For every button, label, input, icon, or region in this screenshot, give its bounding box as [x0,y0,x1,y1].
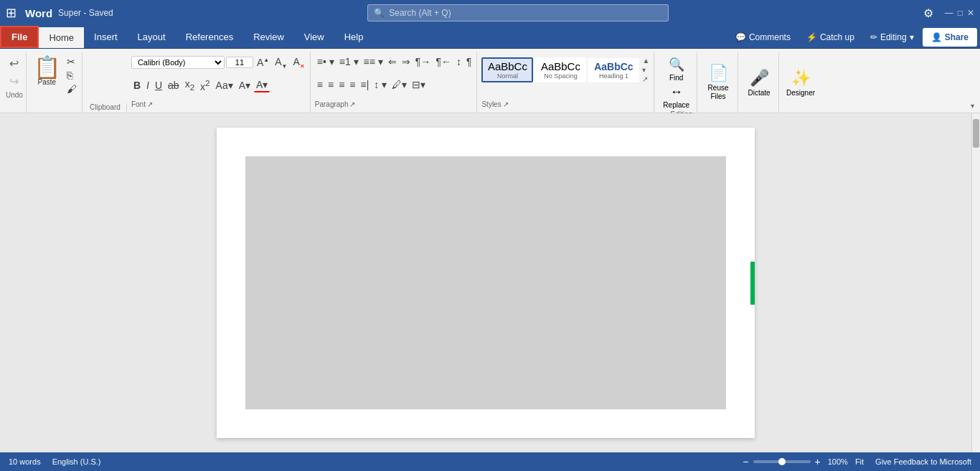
sort-button[interactable]: ↕ [454,55,463,68]
menu-bar: File Home Insert Layout References Revie… [0,26,980,49]
bullets-button[interactable]: ≡• ▾ [315,55,336,68]
find-label: Find [669,74,683,82]
styles-group: AaBbCc Normal AaBbCc No Spacing AaBbCc H… [479,52,654,113]
search-input[interactable] [389,8,662,18]
undo-button[interactable]: ↩ [6,55,22,72]
ribbon: ↩ ↪ Undo 📋 Paste ✂ ⎘ 🖌 Clipboard Calibri… [0,49,980,113]
strikethrough-button[interactable]: ab [166,79,182,92]
superscript-button[interactable]: x2 [198,77,212,93]
style-no-spacing[interactable]: AaBbCc No Spacing [534,57,586,82]
zoom-slider[interactable] [753,460,811,463]
comments-button[interactable]: 💬 Comments [728,27,798,47]
italic-button[interactable]: I [144,79,151,92]
green-accent-bar [750,262,755,305]
tab-home[interactable]: Home [39,26,84,48]
ltr-button[interactable]: ¶→ [413,55,433,68]
microphone-icon: 🎤 [750,69,769,87]
tab-view[interactable]: View [294,26,334,48]
rtl-button[interactable]: ¶← [433,55,453,68]
status-bar: 10 words English (U.S.) − + 100% Fit Giv… [0,452,980,471]
align-center-button[interactable]: ≡ [326,78,336,91]
undo-group: ↩ ↪ Undo [3,52,27,113]
align-right-button[interactable]: ≡ [336,78,347,91]
scrollbar-thumb[interactable] [973,119,979,148]
tab-insert[interactable]: Insert [84,26,128,48]
share-icon: 👤 [931,32,942,42]
document-page[interactable] [217,128,755,438]
cut-button[interactable]: ✂ [65,55,79,68]
bold-button[interactable]: B [131,79,143,92]
search-box[interactable]: 🔍 [367,4,669,22]
numbering-button[interactable]: ≡1 ▾ [337,55,361,68]
tab-references[interactable]: References [176,26,243,48]
designer-group: ✨ Designer [781,52,821,113]
editing-button[interactable]: ✏ Editing ▾ [863,27,921,47]
font-color-button[interactable]: A▾ [254,78,270,92]
document-content[interactable] [245,156,726,409]
multilevel-button[interactable]: ≡≡ ▾ [362,55,385,68]
ribbon-expand-button[interactable]: ▾ [968,99,977,113]
font-selector[interactable]: Calibri (Body) [131,56,225,69]
subscript-button[interactable]: x2 [183,77,197,92]
share-button[interactable]: 👤 Share [923,28,977,47]
underline-button[interactable]: U [153,79,164,92]
align-left-button[interactable]: ≡ [315,78,325,91]
column-break-button[interactable]: ≡| [358,78,371,91]
small-clipboard-btns: ✂ ⎘ 🖌 [65,55,79,95]
font-grow-button[interactable]: A▲ [255,56,271,69]
shading-button[interactable]: 🖊▾ [390,78,409,91]
zoom-slider-thumb[interactable] [778,458,786,465]
styles-expand-button[interactable]: ▲ ▾ ↗ [641,55,651,85]
tab-layout[interactable]: Layout [128,26,176,48]
clear-format-button[interactable]: A✕ [291,55,306,70]
format-painter-button[interactable]: 🖌 [65,82,79,95]
clipboard-label: Clipboard [84,103,127,113]
find-button[interactable]: 🔍 Find [660,55,692,83]
font-shrink-button[interactable]: A▼ [273,55,289,70]
zoom-minus-button[interactable]: − [743,456,748,467]
tab-review[interactable]: Review [243,26,294,48]
paste-button[interactable]: 📋 Paste [31,55,63,87]
find-icon: 🔍 [669,57,684,72]
minimize-btn[interactable]: — [945,8,953,18]
editing-dropdown-icon: ▾ [910,32,914,42]
reuse-files-button[interactable]: 📄 ReuseFiles [702,62,735,103]
justify-button[interactable]: ≡ [347,78,357,91]
menu-right: 💬 Comments ⚡ Catch up ✏ Editing ▾ 👤 Shar… [728,26,980,48]
paste-label: Paste [38,78,57,86]
redo-button[interactable]: ↪ [6,73,22,90]
tab-help[interactable]: Help [334,26,374,48]
paragraph-expand-icon[interactable]: ↗ [349,100,355,108]
copy-button[interactable]: ⎘ [65,69,79,82]
font-group-label: Font ↗ [131,100,307,110]
decrease-indent-button[interactable]: ⇐ [386,55,399,68]
fit-label[interactable]: Fit [855,457,864,466]
app-grid-icon[interactable]: ⊞ [6,5,17,21]
settings-icon[interactable]: ⚙ [923,6,933,20]
vertical-scrollbar[interactable] [971,113,980,452]
font-expand-icon[interactable]: ↗ [147,100,153,108]
highlight-color-button[interactable]: A▾ [237,79,253,92]
increase-indent-button[interactable]: ⇒ [400,55,413,68]
designer-button[interactable]: ✨ Designer [783,67,818,98]
styles-expand-icon[interactable]: ↗ [503,100,509,108]
content-area [0,113,980,452]
change-case-button[interactable]: Aa▾ [214,79,235,92]
dictate-button[interactable]: 🎤 Dictate [743,67,776,98]
style-normal[interactable]: AaBbCc Normal [481,57,533,82]
close-btn[interactable]: ✕ [967,8,974,18]
replace-button[interactable]: ↔ Replace [660,83,692,110]
font-size-input[interactable] [226,57,253,68]
line-spacing-button[interactable]: ↕ ▾ [372,78,389,91]
maximize-btn[interactable]: □ [958,8,963,18]
catchup-button[interactable]: ⚡ Catch up [799,27,862,47]
feedback-link[interactable]: Give Feedback to Microsoft [875,457,971,466]
show-hide-button[interactable]: ¶ [464,55,474,68]
paragraph-group-label: Paragraph ↗ [315,100,474,110]
file-tab[interactable]: File [0,26,39,48]
clipboard-group: 📋 Paste ✂ ⎘ 🖌 [28,52,83,113]
style-heading1[interactable]: AaBbCc Heading 1 [588,58,639,82]
borders-button[interactable]: ⊟▾ [410,78,428,91]
zoom-plus-button[interactable]: + [815,456,821,467]
zoom-area: − + 100% Fit [743,456,864,467]
